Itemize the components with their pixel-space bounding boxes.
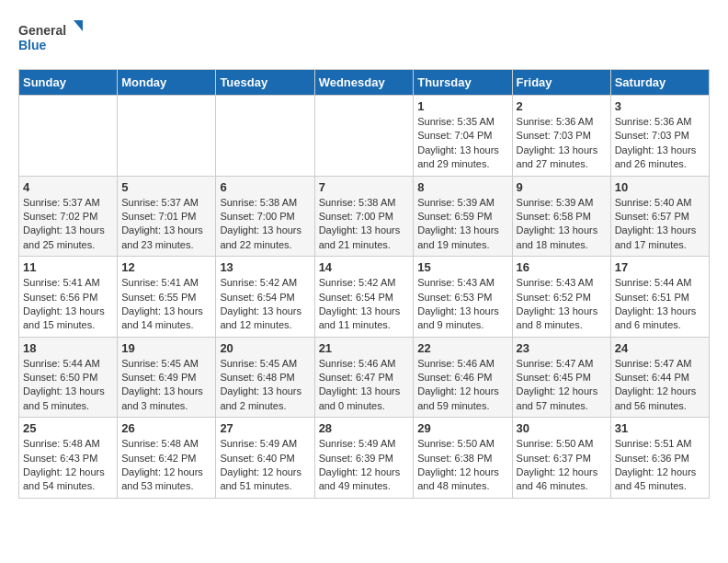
day-detail: Sunrise: 5:47 AM Sunset: 6:45 PM Dayligh… [517,357,607,414]
calendar-cell: 28Sunrise: 5:49 AM Sunset: 6:39 PM Dayli… [314,418,414,499]
day-detail: Sunrise: 5:38 AM Sunset: 7:00 PM Dayligh… [319,196,410,253]
day-number: 11 [23,260,113,274]
day-number: 29 [417,421,507,435]
day-detail: Sunrise: 5:41 AM Sunset: 6:56 PM Dayligh… [23,276,113,333]
day-number: 23 [517,341,607,355]
day-detail: Sunrise: 5:39 AM Sunset: 6:59 PM Dayligh… [417,196,507,253]
calendar-cell: 10Sunrise: 5:40 AM Sunset: 6:57 PM Dayli… [610,176,709,257]
svg-marker-2 [74,20,83,31]
calendar-cell: 3Sunrise: 5:36 AM Sunset: 7:03 PM Daylig… [610,96,709,177]
calendar-table: SundayMondayTuesdayWednesdayThursdayFrid… [18,69,710,499]
day-detail: Sunrise: 5:49 AM Sunset: 6:40 PM Dayligh… [220,437,310,494]
calendar-cell: 25Sunrise: 5:48 AM Sunset: 6:43 PM Dayli… [19,418,118,499]
day-detail: Sunrise: 5:47 AM Sunset: 6:44 PM Dayligh… [615,357,705,414]
calendar-cell: 24Sunrise: 5:47 AM Sunset: 6:44 PM Dayli… [610,337,709,418]
day-detail: Sunrise: 5:44 AM Sunset: 6:50 PM Dayligh… [23,357,113,414]
day-detail: Sunrise: 5:48 AM Sunset: 6:42 PM Dayligh… [121,437,211,494]
calendar-cell: 4Sunrise: 5:37 AM Sunset: 7:02 PM Daylig… [19,176,118,257]
calendar-cell: 14Sunrise: 5:42 AM Sunset: 6:54 PM Dayli… [314,257,414,338]
day-number: 10 [615,180,705,194]
calendar-cell: 7Sunrise: 5:38 AM Sunset: 7:00 PM Daylig… [314,176,414,257]
day-detail: Sunrise: 5:37 AM Sunset: 7:01 PM Dayligh… [121,196,211,253]
logo: General Blue [18,18,83,60]
day-number: 4 [23,180,113,194]
day-number: 25 [23,421,113,435]
day-number: 9 [517,180,607,194]
day-detail: Sunrise: 5:43 AM Sunset: 6:53 PM Dayligh… [417,276,507,333]
calendar-cell: 22Sunrise: 5:46 AM Sunset: 6:46 PM Dayli… [414,337,512,418]
col-header-saturday: Saturday [610,70,709,96]
calendar-cell: 11Sunrise: 5:41 AM Sunset: 6:56 PM Dayli… [19,257,118,338]
calendar-cell [118,96,216,177]
day-number: 26 [121,421,211,435]
day-detail: Sunrise: 5:37 AM Sunset: 7:02 PM Dayligh… [23,196,113,253]
day-number: 24 [615,341,705,355]
day-number: 18 [23,341,113,355]
day-number: 6 [220,180,310,194]
calendar-cell: 17Sunrise: 5:44 AM Sunset: 6:51 PM Dayli… [610,257,709,338]
day-detail: Sunrise: 5:36 AM Sunset: 7:03 PM Dayligh… [615,115,705,172]
day-detail: Sunrise: 5:46 AM Sunset: 6:46 PM Dayligh… [417,357,507,414]
calendar-cell: 20Sunrise: 5:45 AM Sunset: 6:48 PM Dayli… [216,337,314,418]
day-detail: Sunrise: 5:48 AM Sunset: 6:43 PM Dayligh… [23,437,113,494]
calendar-cell: 18Sunrise: 5:44 AM Sunset: 6:50 PM Dayli… [19,337,118,418]
day-detail: Sunrise: 5:51 AM Sunset: 6:36 PM Dayligh… [615,437,705,494]
calendar-cell: 13Sunrise: 5:42 AM Sunset: 6:54 PM Dayli… [216,257,314,338]
day-detail: Sunrise: 5:42 AM Sunset: 6:54 PM Dayligh… [319,276,410,333]
day-number: 8 [417,180,507,194]
day-number: 2 [517,99,607,113]
calendar-cell: 16Sunrise: 5:43 AM Sunset: 6:52 PM Dayli… [512,257,610,338]
day-number: 21 [319,341,410,355]
day-detail: Sunrise: 5:46 AM Sunset: 6:47 PM Dayligh… [319,357,410,414]
day-detail: Sunrise: 5:45 AM Sunset: 6:48 PM Dayligh… [220,357,310,414]
day-number: 13 [220,260,310,274]
day-detail: Sunrise: 5:44 AM Sunset: 6:51 PM Dayligh… [615,276,705,333]
calendar-cell: 23Sunrise: 5:47 AM Sunset: 6:45 PM Dayli… [512,337,610,418]
day-detail: Sunrise: 5:41 AM Sunset: 6:55 PM Dayligh… [121,276,211,333]
day-number: 30 [517,421,607,435]
day-detail: Sunrise: 5:36 AM Sunset: 7:03 PM Dayligh… [517,115,607,172]
col-header-thursday: Thursday [414,70,512,96]
col-header-sunday: Sunday [19,70,118,96]
calendar-cell: 1Sunrise: 5:35 AM Sunset: 7:04 PM Daylig… [414,96,512,177]
calendar-cell: 31Sunrise: 5:51 AM Sunset: 6:36 PM Dayli… [610,418,709,499]
calendar-cell: 5Sunrise: 5:37 AM Sunset: 7:01 PM Daylig… [118,176,216,257]
day-number: 5 [121,180,211,194]
day-detail: Sunrise: 5:50 AM Sunset: 6:37 PM Dayligh… [517,437,607,494]
calendar-cell [19,96,118,177]
day-number: 27 [220,421,310,435]
day-number: 3 [615,99,705,113]
calendar-cell: 29Sunrise: 5:50 AM Sunset: 6:38 PM Dayli… [414,418,512,499]
day-detail: Sunrise: 5:50 AM Sunset: 6:38 PM Dayligh… [417,437,507,494]
day-detail: Sunrise: 5:40 AM Sunset: 6:57 PM Dayligh… [615,196,705,253]
col-header-monday: Monday [118,70,216,96]
day-number: 12 [121,260,211,274]
calendar-cell: 27Sunrise: 5:49 AM Sunset: 6:40 PM Dayli… [216,418,314,499]
calendar-cell: 26Sunrise: 5:48 AM Sunset: 6:42 PM Dayli… [118,418,216,499]
col-header-wednesday: Wednesday [314,70,414,96]
day-detail: Sunrise: 5:42 AM Sunset: 6:54 PM Dayligh… [220,276,310,333]
calendar-cell: 15Sunrise: 5:43 AM Sunset: 6:53 PM Dayli… [414,257,512,338]
calendar-cell: 30Sunrise: 5:50 AM Sunset: 6:37 PM Dayli… [512,418,610,499]
day-detail: Sunrise: 5:39 AM Sunset: 6:58 PM Dayligh… [517,196,607,253]
calendar-cell: 12Sunrise: 5:41 AM Sunset: 6:55 PM Dayli… [118,257,216,338]
calendar-cell: 2Sunrise: 5:36 AM Sunset: 7:03 PM Daylig… [512,96,610,177]
col-header-tuesday: Tuesday [216,70,314,96]
calendar-cell: 19Sunrise: 5:45 AM Sunset: 6:49 PM Dayli… [118,337,216,418]
day-number: 17 [615,260,705,274]
calendar-cell: 21Sunrise: 5:46 AM Sunset: 6:47 PM Dayli… [314,337,414,418]
day-number: 15 [417,260,507,274]
day-number: 14 [319,260,410,274]
day-number: 20 [220,341,310,355]
day-detail: Sunrise: 5:45 AM Sunset: 6:49 PM Dayligh… [121,357,211,414]
calendar-cell [216,96,314,177]
day-detail: Sunrise: 5:43 AM Sunset: 6:52 PM Dayligh… [517,276,607,333]
page-header: General Blue [18,18,710,60]
day-number: 28 [319,421,410,435]
col-header-friday: Friday [512,70,610,96]
day-number: 16 [517,260,607,274]
svg-text:General: General [18,23,66,38]
day-detail: Sunrise: 5:35 AM Sunset: 7:04 PM Dayligh… [417,115,507,172]
logo-svg: General Blue [18,18,83,60]
svg-text:Blue: Blue [18,38,47,52]
